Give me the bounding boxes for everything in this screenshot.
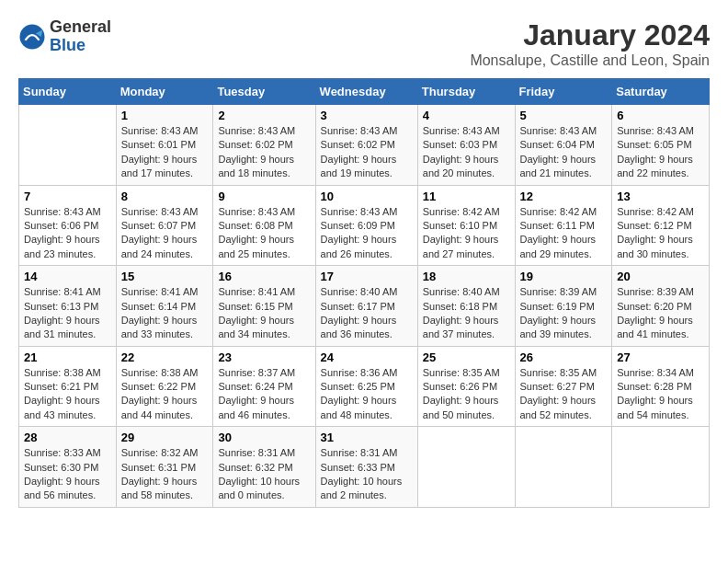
day-info: Sunrise: 8:43 AM Sunset: 6:09 PM Dayligh…	[321, 205, 413, 262]
day-number: 18	[423, 270, 510, 283]
calendar-cell: 28Sunrise: 8:33 AM Sunset: 6:30 PM Dayli…	[19, 427, 117, 508]
weekday-header-thursday: Thursday	[417, 79, 515, 105]
day-number: 23	[218, 350, 310, 364]
day-number: 20	[617, 270, 704, 283]
day-number: 25	[423, 350, 510, 364]
calendar-cell: 21Sunrise: 8:38 AM Sunset: 6:21 PM Dayli…	[19, 346, 117, 427]
calendar-cell: 7Sunrise: 8:43 AM Sunset: 6:06 PM Daylig…	[19, 185, 117, 266]
day-info: Sunrise: 8:43 AM Sunset: 6:01 PM Dayligh…	[121, 124, 209, 181]
day-info: Sunrise: 8:43 AM Sunset: 6:04 PM Dayligh…	[520, 124, 608, 181]
day-number: 27	[617, 350, 704, 364]
day-number: 12	[520, 190, 608, 203]
day-info: Sunrise: 8:40 AM Sunset: 6:18 PM Dayligh…	[423, 285, 510, 342]
day-info: Sunrise: 8:43 AM Sunset: 6:06 PM Dayligh…	[24, 205, 111, 262]
day-info: Sunrise: 8:34 AM Sunset: 6:28 PM Dayligh…	[617, 366, 704, 423]
day-info: Sunrise: 8:43 AM Sunset: 6:02 PM Dayligh…	[218, 124, 310, 181]
calendar-week-row: 21Sunrise: 8:38 AM Sunset: 6:21 PM Dayli…	[19, 346, 710, 427]
weekday-header-row: SundayMondayTuesdayWednesdayThursdayFrid…	[19, 79, 710, 105]
weekday-header-monday: Monday	[116, 79, 213, 105]
subtitle: Monsalupe, Castille and Leon, Spain	[470, 52, 710, 69]
day-info: Sunrise: 8:35 AM Sunset: 6:26 PM Dayligh…	[423, 366, 510, 423]
calendar-cell: 26Sunrise: 8:35 AM Sunset: 6:27 PM Dayli…	[515, 346, 612, 427]
calendar-cell: 14Sunrise: 8:41 AM Sunset: 6:13 PM Dayli…	[19, 266, 117, 347]
day-info: Sunrise: 8:41 AM Sunset: 6:15 PM Dayligh…	[218, 285, 310, 342]
day-number: 2	[218, 109, 310, 122]
day-number: 21	[24, 350, 111, 364]
calendar-cell: 6Sunrise: 8:43 AM Sunset: 6:05 PM Daylig…	[612, 105, 710, 186]
day-number: 30	[218, 431, 310, 444]
calendar-cell: 30Sunrise: 8:31 AM Sunset: 6:32 PM Dayli…	[213, 427, 315, 508]
logo-blue: Blue	[50, 37, 111, 55]
day-info: Sunrise: 8:32 AM Sunset: 6:31 PM Dayligh…	[121, 446, 209, 503]
calendar-week-row: 7Sunrise: 8:43 AM Sunset: 6:06 PM Daylig…	[19, 185, 710, 266]
day-number: 4	[423, 109, 510, 122]
day-info: Sunrise: 8:40 AM Sunset: 6:17 PM Dayligh…	[321, 285, 413, 342]
day-info: Sunrise: 8:42 AM Sunset: 6:10 PM Dayligh…	[423, 205, 510, 262]
day-info: Sunrise: 8:39 AM Sunset: 6:19 PM Dayligh…	[520, 285, 608, 342]
calendar-cell: 16Sunrise: 8:41 AM Sunset: 6:15 PM Dayli…	[213, 266, 315, 347]
calendar-week-row: 1Sunrise: 8:43 AM Sunset: 6:01 PM Daylig…	[19, 105, 710, 186]
day-number: 11	[423, 190, 510, 203]
day-number: 31	[321, 431, 413, 444]
calendar-cell: 19Sunrise: 8:39 AM Sunset: 6:19 PM Dayli…	[515, 266, 612, 347]
day-info: Sunrise: 8:43 AM Sunset: 6:02 PM Dayligh…	[321, 124, 413, 181]
day-info: Sunrise: 8:36 AM Sunset: 6:25 PM Dayligh…	[321, 366, 413, 423]
day-number: 6	[617, 109, 704, 122]
day-info: Sunrise: 8:37 AM Sunset: 6:24 PM Dayligh…	[218, 366, 310, 423]
day-number: 8	[121, 190, 209, 203]
calendar-cell: 31Sunrise: 8:31 AM Sunset: 6:33 PM Dayli…	[315, 427, 417, 508]
day-info: Sunrise: 8:33 AM Sunset: 6:30 PM Dayligh…	[24, 446, 111, 503]
header: General Blue January 2024 Monsalupe, Cas…	[18, 18, 710, 69]
day-info: Sunrise: 8:35 AM Sunset: 6:27 PM Dayligh…	[520, 366, 608, 423]
weekday-header-sunday: Sunday	[19, 79, 117, 105]
weekday-header-saturday: Saturday	[612, 79, 710, 105]
logo: General Blue	[18, 18, 111, 55]
calendar-table: SundayMondayTuesdayWednesdayThursdayFrid…	[18, 78, 710, 508]
calendar-cell: 17Sunrise: 8:40 AM Sunset: 6:17 PM Dayli…	[315, 266, 417, 347]
day-number: 24	[321, 350, 413, 364]
calendar-cell: 13Sunrise: 8:42 AM Sunset: 6:12 PM Dayli…	[612, 185, 710, 266]
day-info: Sunrise: 8:41 AM Sunset: 6:13 PM Dayligh…	[24, 285, 111, 342]
logo-text: General Blue	[50, 18, 111, 55]
day-number: 16	[218, 270, 310, 283]
calendar-cell	[515, 427, 612, 508]
day-info: Sunrise: 8:31 AM Sunset: 6:33 PM Dayligh…	[321, 446, 413, 503]
day-number: 3	[321, 109, 413, 122]
calendar-cell: 25Sunrise: 8:35 AM Sunset: 6:26 PM Dayli…	[417, 346, 515, 427]
day-number: 1	[121, 109, 209, 122]
calendar-cell: 1Sunrise: 8:43 AM Sunset: 6:01 PM Daylig…	[116, 105, 213, 186]
day-number: 29	[121, 431, 209, 444]
logo-icon	[18, 23, 46, 51]
calendar-cell: 4Sunrise: 8:43 AM Sunset: 6:03 PM Daylig…	[417, 105, 515, 186]
day-number: 9	[218, 190, 310, 203]
day-info: Sunrise: 8:38 AM Sunset: 6:21 PM Dayligh…	[24, 366, 111, 423]
calendar-cell: 15Sunrise: 8:41 AM Sunset: 6:14 PM Dayli…	[116, 266, 213, 347]
calendar-cell: 2Sunrise: 8:43 AM Sunset: 6:02 PM Daylig…	[213, 105, 315, 186]
day-number: 14	[24, 270, 111, 283]
day-info: Sunrise: 8:42 AM Sunset: 6:12 PM Dayligh…	[617, 205, 704, 262]
calendar-cell: 11Sunrise: 8:42 AM Sunset: 6:10 PM Dayli…	[417, 185, 515, 266]
day-info: Sunrise: 8:43 AM Sunset: 6:03 PM Dayligh…	[423, 124, 510, 181]
calendar-cell: 18Sunrise: 8:40 AM Sunset: 6:18 PM Dayli…	[417, 266, 515, 347]
calendar-cell: 9Sunrise: 8:43 AM Sunset: 6:08 PM Daylig…	[213, 185, 315, 266]
calendar-cell: 23Sunrise: 8:37 AM Sunset: 6:24 PM Dayli…	[213, 346, 315, 427]
day-number: 19	[520, 270, 608, 283]
calendar-cell: 20Sunrise: 8:39 AM Sunset: 6:20 PM Dayli…	[612, 266, 710, 347]
calendar-cell: 8Sunrise: 8:43 AM Sunset: 6:07 PM Daylig…	[116, 185, 213, 266]
calendar-cell	[417, 427, 515, 508]
day-number: 15	[121, 270, 209, 283]
svg-point-0	[20, 24, 45, 49]
day-info: Sunrise: 8:43 AM Sunset: 6:07 PM Dayligh…	[121, 205, 209, 262]
day-number: 17	[321, 270, 413, 283]
day-info: Sunrise: 8:42 AM Sunset: 6:11 PM Dayligh…	[520, 205, 608, 262]
day-number: 7	[24, 190, 111, 203]
day-info: Sunrise: 8:38 AM Sunset: 6:22 PM Dayligh…	[121, 366, 209, 423]
day-number: 13	[617, 190, 704, 203]
calendar-cell: 24Sunrise: 8:36 AM Sunset: 6:25 PM Dayli…	[315, 346, 417, 427]
calendar-cell	[19, 105, 117, 186]
day-number: 10	[321, 190, 413, 203]
calendar-cell: 22Sunrise: 8:38 AM Sunset: 6:22 PM Dayli…	[116, 346, 213, 427]
calendar-cell: 27Sunrise: 8:34 AM Sunset: 6:28 PM Dayli…	[612, 346, 710, 427]
calendar-cell: 29Sunrise: 8:32 AM Sunset: 6:31 PM Dayli…	[116, 427, 213, 508]
weekday-header-wednesday: Wednesday	[315, 79, 417, 105]
